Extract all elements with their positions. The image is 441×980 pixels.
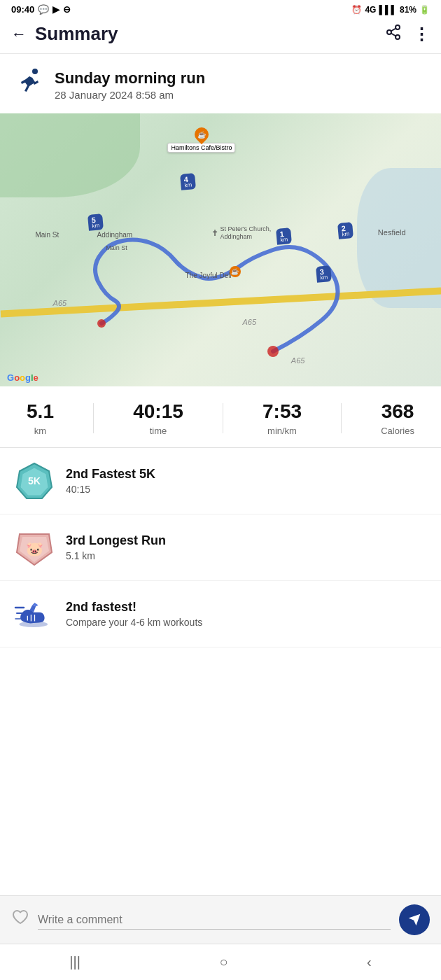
stat-time-value: 40:15 xyxy=(133,400,183,423)
km-marker-1: 1 xyxy=(276,227,292,245)
stat-divider-3 xyxy=(341,403,342,433)
youtube-icon: ▶ xyxy=(52,4,59,15)
running-icon xyxy=(14,66,45,104)
achievement-longest-run-subtitle: 5.1 km xyxy=(66,550,166,561)
stat-divider-2 xyxy=(223,403,223,433)
badge-longest-svg: 🐷 xyxy=(14,527,55,568)
stat-time-label: time xyxy=(150,426,167,436)
status-right: ⏰ 4G ▌▌▌ 81% 🔋 xyxy=(351,5,430,15)
nav-back-button[interactable]: ‹ xyxy=(367,954,372,970)
km-marker-5: 5 xyxy=(88,214,104,231)
map-label-addingham-sub: Main St xyxy=(106,244,127,251)
nav-recent-apps-button[interactable]: ||| xyxy=(69,954,80,970)
map-background: Main St Addingham Main St Nesfield The J… xyxy=(0,113,441,386)
svg-text:5K: 5K xyxy=(28,475,41,486)
km-marker-3: 3 xyxy=(316,266,332,284)
status-time: 09:40 xyxy=(11,4,34,15)
battery-level: 81% xyxy=(400,5,416,15)
status-left: 09:40 💬 ▶ ⊖ xyxy=(11,4,71,15)
nav-left: ← Summary xyxy=(11,23,118,45)
svg-point-7 xyxy=(97,319,106,328)
achievement-fastest-5k-subtitle: 40:15 xyxy=(66,484,155,495)
achievement-fastest-range-title: 2nd fastest! xyxy=(66,600,202,615)
comment-bar xyxy=(0,895,441,944)
share-button[interactable] xyxy=(385,24,402,45)
stat-distance-value: 5.1 xyxy=(27,400,54,423)
signal-icon: 4G xyxy=(365,5,376,15)
achievement-fastest-5k-info: 2nd Fastest 5K 40:15 xyxy=(66,467,155,495)
svg-line-3 xyxy=(391,33,396,36)
top-nav: ← Summary ⋮ xyxy=(0,18,441,54)
map-road-label-a65-1: A65 xyxy=(53,299,67,307)
map-route xyxy=(0,113,441,386)
whatsapp-icon: 💬 xyxy=(38,4,49,15)
poi-coffee-joyful: ☕ xyxy=(230,266,241,277)
map-label-joyful: The Joyful Deli xyxy=(186,272,232,279)
stat-calories-label: Calories xyxy=(381,426,414,436)
badge-fastest-5k: 5K xyxy=(14,461,55,501)
poi-church: ✝ St Peter's Church,Addingham xyxy=(211,225,271,241)
alarm-icon: ⏰ xyxy=(351,5,362,15)
activity-info: Sunday morning run 28 January 2024 8:58 … xyxy=(55,69,205,101)
svg-point-6 xyxy=(267,346,279,357)
comment-input[interactable] xyxy=(38,911,391,929)
stat-pace-label: min/km xyxy=(267,426,297,436)
google-logo: Google xyxy=(7,372,38,383)
badge-fastest-range xyxy=(14,594,55,634)
poi-hamiltons-cafe: ☕ Hamiltons Cafe/Bistro xyxy=(167,127,235,153)
stat-calories-value: 368 xyxy=(382,400,414,423)
map-container[interactable]: Main St Addingham Main St Nesfield The J… xyxy=(0,113,441,386)
signal-bars-icon: ▌▌▌ xyxy=(379,5,397,15)
stat-divider-1 xyxy=(93,403,94,433)
back-button[interactable]: ← xyxy=(11,25,27,43)
badge-longest-run: 🐷 xyxy=(14,527,55,568)
activity-header: Sunday morning run 28 January 2024 8:58 … xyxy=(0,54,441,113)
map-road-label-a65-2: A65 xyxy=(243,318,257,326)
map-label-main-st: Main St xyxy=(35,231,59,239)
bottom-nav: ||| ○ ‹ xyxy=(0,944,441,980)
achievement-fastest-5k[interactable]: 5K 2nd Fastest 5K 40:15 xyxy=(0,448,441,514)
badge-5k-svg: 5K xyxy=(14,461,55,501)
send-button[interactable] xyxy=(399,904,430,935)
achievement-fastest-5k-title: 2nd Fastest 5K xyxy=(66,467,155,482)
map-road-label-a65-3: A65 xyxy=(291,356,305,365)
svg-point-5 xyxy=(32,69,38,74)
stat-distance: 5.1 km xyxy=(27,400,54,436)
achievement-fastest-range-subtitle: Compare your 4-6 km workouts xyxy=(66,617,202,628)
stat-time: 40:15 time xyxy=(133,400,183,436)
stat-distance-label: km xyxy=(34,426,46,436)
achievement-longest-run[interactable]: 🐷 3rd Longest Run 5.1 km xyxy=(0,514,441,581)
stat-pace: 7:53 min/km xyxy=(262,400,302,436)
activity-datetime: 28 January 2024 8:58 am xyxy=(55,89,205,101)
map-label-nesfield: Nesfield xyxy=(378,228,406,237)
svg-text:🐷: 🐷 xyxy=(26,540,43,557)
achievement-longest-run-title: 3rd Longest Run xyxy=(66,533,166,548)
status-bar: 09:40 💬 ▶ ⊖ ⏰ 4G ▌▌▌ 81% 🔋 xyxy=(0,0,441,18)
achievement-longest-run-info: 3rd Longest Run 5.1 km xyxy=(66,533,166,561)
achievement-fastest-range-info: 2nd fastest! Compare your 4-6 km workout… xyxy=(66,600,202,628)
badge-shoe-svg xyxy=(14,594,55,634)
bottom-spacer xyxy=(0,648,441,724)
km-marker-4: 4 xyxy=(180,173,196,190)
page-title: Summary xyxy=(35,23,118,45)
battery-icon: 🔋 xyxy=(419,5,430,15)
stats-row: 5.1 km 40:15 time 7:53 min/km 368 Calori… xyxy=(0,386,441,448)
activity-name: Sunday morning run xyxy=(55,69,205,88)
map-label-addingham: Addingham xyxy=(97,231,133,239)
km-marker-2: 2 xyxy=(337,222,354,239)
stat-pace-value: 7:53 xyxy=(262,400,302,423)
comment-input-wrapper[interactable] xyxy=(38,911,391,930)
svg-line-4 xyxy=(391,28,396,31)
nav-right: ⋮ xyxy=(385,24,430,45)
achievement-fastest-range[interactable]: 2nd fastest! Compare your 4-6 km workout… xyxy=(0,581,441,648)
send-icon xyxy=(407,913,421,927)
stat-calories: 368 Calories xyxy=(381,400,414,436)
dnd-icon: ⊖ xyxy=(63,4,71,15)
nav-home-button[interactable]: ○ xyxy=(219,954,227,970)
like-button[interactable] xyxy=(11,909,29,931)
more-button[interactable]: ⋮ xyxy=(413,24,430,44)
